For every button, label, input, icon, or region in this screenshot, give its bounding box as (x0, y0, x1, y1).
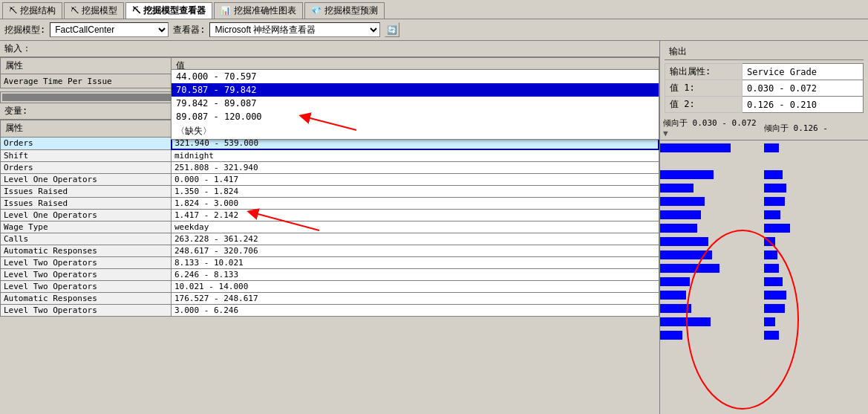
table-row[interactable]: Orders251.808 - 321.940 (1, 162, 659, 174)
var-value-cell: 1.350 - 1.824 (172, 186, 659, 198)
bar (764, 264, 779, 273)
bar (764, 277, 783, 286)
bar (660, 170, 714, 179)
var-attr-cell: Level One Operators (1, 210, 172, 221)
var-value-cell: 1.824 - 3.000 (172, 198, 659, 210)
tab-prediction[interactable]: 💎 挖掘模型预测 (304, 2, 385, 19)
dropdown-overlay: 44.000 - 70.597 70.587 - 79.842 79.842 -… (171, 69, 659, 140)
input-attr: Average Time Per Issue (1, 74, 172, 88)
value2: 0.126 - 0.210 (743, 97, 864, 113)
var-attr-cell: Automatic Responses (1, 245, 172, 257)
table-row[interactable]: Automatic Responses248.617 - 320.706 (1, 245, 659, 257)
tab-viewer[interactable]: ⛏ 挖掘模型查看器 (125, 2, 212, 19)
dropdown-item-3[interactable]: 89.087 - 120.000 (172, 110, 659, 123)
table-row[interactable]: Level One Operators1.417 - 2.142 (1, 210, 659, 221)
tab-bar: ⛏ 挖掘结构 ⛏ 挖掘模型 ⛏ 挖掘模型查看器 📊 挖掘准确性图表 💎 挖掘模型… (0, 0, 868, 19)
bar (764, 331, 779, 340)
bar (660, 143, 731, 152)
bar (660, 250, 712, 259)
bar (660, 317, 711, 326)
tab-accuracy[interactable]: 📊 挖掘准确性图表 (214, 2, 303, 19)
tab-model[interactable]: ⛏ 挖掘模型 (64, 2, 124, 19)
bar-row (660, 209, 764, 221)
bar-row (660, 195, 764, 207)
bar-row (660, 182, 764, 194)
value2-label: 值 2: (665, 97, 743, 113)
var-attr-header: 属性 (1, 120, 172, 138)
var-attr-cell: Orders (1, 137, 172, 149)
bar (764, 317, 775, 326)
table-row[interactable]: Automatic Responses176.527 - 248.617 (1, 293, 659, 305)
viewer-select[interactable]: Microsoft 神经网络查看器 (209, 22, 380, 37)
bar (660, 331, 682, 340)
dropdown-item-0[interactable]: 44.000 - 70.597 (172, 70, 659, 83)
table-row[interactable]: Calls263.228 - 361.242 (1, 233, 659, 245)
dropdown-item-2[interactable]: 79.842 - 89.087 (172, 97, 659, 110)
tab-accuracy-label: 挖掘准确性图表 (234, 4, 296, 17)
chart-header: 倾向于 0.030 - 0.072 ▼ 倾向于 0.126 - (660, 116, 868, 140)
tab-viewer-label: 挖掘模型查看器 (143, 4, 206, 17)
table-row[interactable]: Shiftmidnight (1, 149, 659, 162)
bar-row (660, 169, 764, 181)
var-value-cell: 10.021 - 14.000 (172, 281, 659, 293)
table-row[interactable]: Level Two Operators3.000 - 6.246 (1, 305, 659, 317)
bar-row (660, 142, 764, 154)
table-row[interactable]: Level One Operators0.000 - 1.417 (1, 174, 659, 186)
bar-row (764, 209, 868, 221)
bar-row (764, 316, 868, 328)
chart-body (660, 140, 868, 414)
table-row[interactable]: Wage Typeweekday (1, 221, 659, 233)
right-panel: 输出 输出属性: Service Grade 值 1: 0.030 - 0.07… (660, 41, 868, 414)
tab-prediction-label: 挖掘模型预测 (324, 4, 378, 17)
bar (660, 304, 691, 313)
output-table: 输出属性: Service Grade 值 1: 0.030 - 0.072 值… (665, 63, 864, 113)
input-section: 输入： 属性 值 Average Time Per Issue 70.597 -… (0, 41, 659, 88)
bar (764, 250, 777, 259)
bar-row (660, 289, 764, 301)
refresh-button[interactable]: 🔄 (385, 22, 399, 37)
bar (764, 143, 779, 152)
table-row[interactable]: Level Two Operators10.021 - 14.000 (1, 281, 659, 293)
bar (764, 224, 790, 233)
bar (764, 237, 775, 246)
var-value-cell: weekday (172, 221, 659, 233)
model-label: 挖掘模型: (4, 24, 45, 36)
tab-structure[interactable]: ⛏ 挖掘结构 (2, 2, 62, 19)
var-attr-cell: Level Two Operators (1, 281, 172, 293)
bar-row (764, 222, 868, 234)
output-attr-label: 输出属性: (665, 64, 743, 80)
output-section: 输出 输出属性: Service Grade 值 1: 0.030 - 0.07… (660, 41, 868, 116)
chart-col1-header: 倾向于 0.030 - 0.072 ▼ (663, 117, 764, 138)
dropdown-item-1[interactable]: 70.587 - 79.842 (172, 83, 659, 97)
var-value-cell: 263.228 - 361.242 (172, 233, 659, 245)
bar-row (764, 289, 868, 301)
var-attr-cell: Wage Type (1, 221, 172, 233)
var-attr-cell: Issues Raised (1, 198, 172, 210)
chart-header-arrow-1: ▼ (663, 129, 668, 138)
table-row[interactable]: Level Two Operators8.133 - 10.021 (1, 257, 659, 269)
bar-row (764, 169, 868, 181)
var-attr-cell: Level One Operators (1, 174, 172, 186)
var-attr-cell: Level Two Operators (1, 257, 172, 269)
bar-row (764, 329, 868, 341)
dropdown-item-4[interactable]: 〈缺失〉 (172, 123, 659, 139)
var-attr-cell: Issues Raised (1, 186, 172, 198)
chart-area: 倾向于 0.030 - 0.072 ▼ 倾向于 0.126 - (660, 116, 868, 414)
value1: 0.030 - 0.072 (743, 80, 864, 97)
model-select[interactable]: FactCallCenter (50, 22, 169, 37)
bar-col2 (764, 140, 868, 414)
bar-row (660, 316, 764, 328)
bar-row (764, 236, 868, 248)
bar-row (764, 249, 868, 261)
variables-scroll[interactable]: 属性 值 Orders321.940 - 539.000Shiftmidnigh… (0, 120, 659, 414)
bar-row (764, 182, 868, 194)
bar (660, 184, 694, 193)
var-value-cell: 8.133 - 10.021 (172, 257, 659, 269)
bar-row (660, 329, 764, 341)
table-row[interactable]: Issues Raised1.350 - 1.824 (1, 186, 659, 198)
toolbar: 挖掘模型: FactCallCenter 查看器: Microsoft 神经网络… (0, 19, 868, 41)
table-row[interactable]: Issues Raised1.824 - 3.000 (1, 198, 659, 210)
table-row[interactable]: Level Two Operators6.246 - 8.133 (1, 269, 659, 281)
var-attr-cell: Orders (1, 162, 172, 174)
bar-col1 (660, 140, 764, 414)
